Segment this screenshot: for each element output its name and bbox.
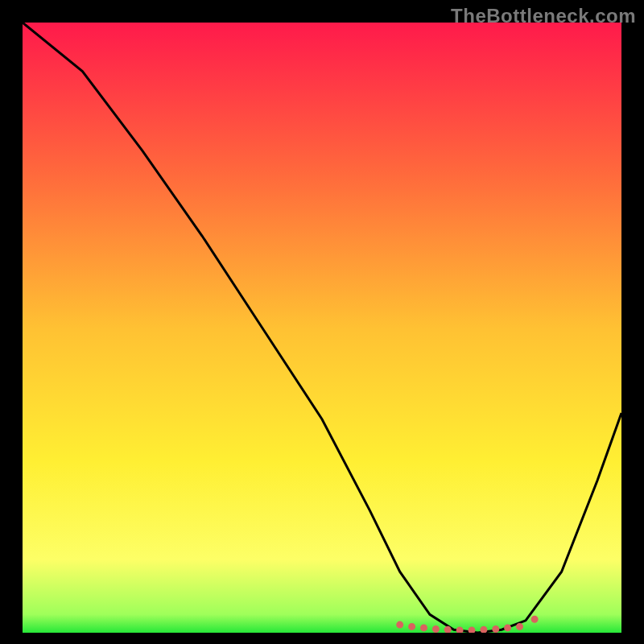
bottleneck-chart bbox=[23, 23, 621, 633]
chart-container: TheBottleneck.com bbox=[0, 0, 644, 644]
plot-area bbox=[23, 23, 621, 633]
